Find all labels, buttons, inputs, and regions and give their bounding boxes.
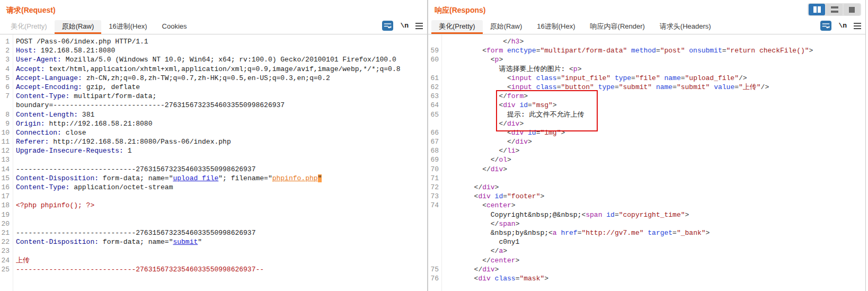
line-number: 24 <box>0 256 14 265</box>
code-line: </a> <box>428 246 865 255</box>
code-text: Upgrade-Insecure-Requests: 1 <box>14 146 131 155</box>
code-text: 上传 <box>14 256 30 265</box>
line-number: 70 <box>428 165 443 174</box>
line-number <box>428 119 443 128</box>
code-text: boundary=---------------------------2763… <box>14 101 285 110</box>
line-number: 10 <box>0 128 14 137</box>
line-number: 64 <box>428 101 443 110</box>
line-number: 5 <box>0 74 14 83</box>
code-text: 请选择要上传的图片: <p> <box>443 65 581 74</box>
line-number: 1 <box>0 37 14 46</box>
code-text: </div> <box>443 183 499 192</box>
code-text <box>14 246 16 255</box>
response-panel: 响应(Respons) 美化(Pretty)原始(Raw)16进制(Hex)响应… <box>428 0 865 291</box>
line-number: 8 <box>0 110 14 119</box>
code-line: 72</div> <box>428 183 865 192</box>
split-rows-button[interactable] <box>826 4 843 15</box>
code-line: c0ny1 <box>428 237 865 246</box>
code-line: 2Host: 192.168.58.21:8080 <box>0 46 427 55</box>
line-number <box>428 219 443 228</box>
word-wrap-icon[interactable] <box>382 21 393 31</box>
newline-icon[interactable]: \n <box>400 22 409 30</box>
line-number: 76 <box>428 274 443 283</box>
request-tabs: 美化(Pretty)原始(Raw)16进制(Hex)Cookies <box>3 20 194 34</box>
line-number: 15 <box>0 174 14 183</box>
code-line: 16Content-Type: application/octet-stream <box>0 183 427 192</box>
code-line: 63</form> <box>428 92 865 101</box>
code-line: 68</li> <box>428 146 865 155</box>
line-number: 22 <box>0 237 14 246</box>
newline-icon[interactable]: \n <box>838 22 847 30</box>
tab-cookies[interactable]: Cookies <box>155 20 194 34</box>
editor-layout-switcher <box>808 3 861 16</box>
code-text: Referer: http://192.168.58.21:8080/Pass-… <box>14 137 231 146</box>
tab-headers[interactable]: 请求头(Headers) <box>652 20 719 34</box>
code-text: </div> <box>443 137 532 146</box>
single-pane-button[interactable] <box>844 4 860 15</box>
tab-pretty[interactable]: 美化(Pretty) <box>431 20 483 34</box>
tab-raw[interactable]: 原始(Raw) <box>55 20 102 34</box>
code-line: 6Accept-Encoding: gzip, deflate <box>0 83 427 92</box>
code-text: Content-Disposition: form-data; name="su… <box>14 237 202 246</box>
response-editor[interactable]: </h3>59<form enctype="multipart/form-dat… <box>428 34 865 291</box>
code-text: <?php phpinfo(); ?> <box>14 201 94 210</box>
line-number: 60 <box>428 55 443 64</box>
code-text: </a> <box>443 246 507 255</box>
editor-menu-icon[interactable] <box>415 23 423 29</box>
code-line: 请选择要上传的图片: <p> <box>428 65 865 74</box>
code-line: 23 <box>0 246 427 255</box>
window-right-border <box>865 0 866 291</box>
code-text: </div> <box>443 165 507 174</box>
code-line: 12Upgrade-Insecure-Requests: 1 <box>0 146 427 155</box>
tab-raw[interactable]: 原始(Raw) <box>483 20 530 34</box>
code-line: 64<div id="msg"> <box>428 101 865 110</box>
code-text: </h3> <box>443 37 524 46</box>
line-number: 13 <box>0 155 14 164</box>
code-text: <p> <box>443 55 503 64</box>
code-text: Connection: close <box>14 128 86 137</box>
code-line: 18<?php phpinfo(); ?> <box>0 201 427 210</box>
code-line: 67</div> <box>428 137 865 146</box>
word-wrap-icon[interactable] <box>820 21 831 31</box>
line-number <box>428 65 443 74</box>
response-tabs: 美化(Pretty)原始(Raw)16进制(Hex)响应内容(Render)请求… <box>431 20 719 34</box>
code-text: -----------------------------27631567323… <box>14 228 255 237</box>
response-editor-toolbar: \n <box>820 21 861 31</box>
code-line: 22Content-Disposition: form-data; name="… <box>0 237 427 246</box>
line-number: 3 <box>0 55 14 64</box>
line-number: 74 <box>428 201 443 210</box>
code-line: 7Content-Type: multipart/form-data; <box>0 92 427 101</box>
tab-render[interactable]: 响应内容(Render) <box>583 20 652 34</box>
tab-hex[interactable]: 16进制(Hex) <box>529 20 582 34</box>
code-line: Copyright&nbsp;@&nbsp;<span id="copyrigh… <box>428 210 865 219</box>
request-editor[interactable]: 1POST /Pass-06/index.php HTTP/1.12Host: … <box>0 34 427 291</box>
code-line: 19 <box>0 210 427 219</box>
line-number <box>428 246 443 255</box>
line-number: 62 <box>428 83 443 92</box>
code-text <box>14 219 16 228</box>
line-number: 69 <box>428 155 443 164</box>
tab-pretty[interactable]: 美化(Pretty) <box>3 20 55 34</box>
code-text: Content-Disposition: form-data; name="up… <box>14 174 322 183</box>
code-text: <div id="footer"> <box>443 192 544 201</box>
response-panel-header: 响应(Respons) 美化(Pretty)原始(Raw)16进制(Hex)响应… <box>428 0 865 34</box>
code-line: 3User-Agent: Mozilla/5.0 (Windows NT 10.… <box>0 55 427 64</box>
line-number: 12 <box>0 146 14 155</box>
editor-menu-icon[interactable] <box>854 23 861 29</box>
code-text <box>14 210 16 219</box>
code-line: 70</div> <box>428 165 865 174</box>
code-text: c0ny1 <box>443 237 519 246</box>
code-line: 76<div class="mask"> <box>428 274 865 283</box>
tab-hex[interactable]: 16进制(Hex) <box>101 20 154 34</box>
line-number: 71 <box>428 174 443 183</box>
code-line: 73<div id="footer"> <box>428 192 865 201</box>
code-text: <input class="input_file" type="file" na… <box>443 74 747 83</box>
code-line: 8Content-Length: 381 <box>0 110 427 119</box>
code-text: Accept: text/html,application/xhtml+xml,… <box>14 65 401 74</box>
code-text <box>14 155 16 164</box>
code-line: 61<input class="input_file" type="file" … <box>428 74 865 83</box>
code-line: 71 <box>428 174 865 183</box>
split-columns-button[interactable] <box>809 4 825 15</box>
code-line: 62<input class="button" type="submit" na… <box>428 83 865 92</box>
code-text <box>443 174 445 183</box>
